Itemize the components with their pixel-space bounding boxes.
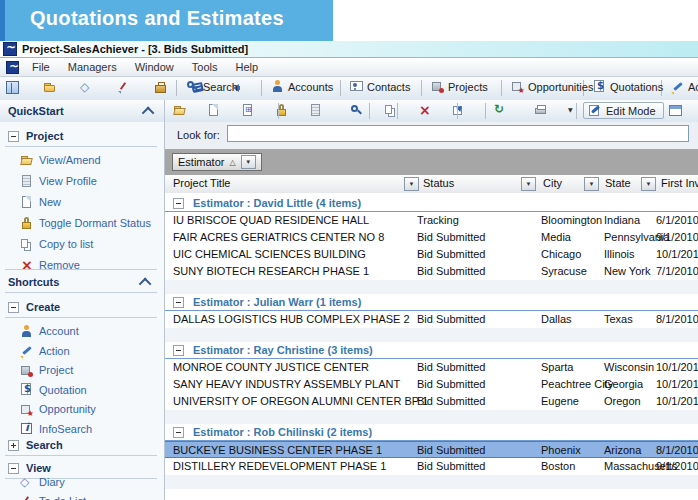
menu-item-managers[interactable]: Managers [59,59,126,75]
cell-status: Bid Submitted [417,393,485,410]
chevron-up-icon[interactable] [139,277,152,290]
sidebar-item-opportunity[interactable]: Opportunity [0,399,165,419]
app-window: { "banner": { "title": "Quotations and E… [0,0,698,500]
cell-project-title: UNIVERSITY OF OREGON ALUMNI CENTER BP 1 [173,393,428,410]
open-icon[interactable] [173,104,186,117]
column-filter-button[interactable] [521,177,536,191]
nav-button-accounts[interactable]: Accounts [268,79,336,94]
group-header-row[interactable]: Estimator : David Little (4 items) [165,195,698,212]
doc-icon [20,196,33,209]
group-by-bar[interactable]: Estimator △ [165,149,698,176]
sidebar-section-search[interactable]: Search [0,435,165,455]
sidebar-section-project[interactable]: Project [0,126,165,146]
diary-icon[interactable] [80,81,93,94]
layout-top-icon[interactable] [669,104,682,117]
nav-button-quotations[interactable]: Quotations [590,79,666,94]
collapse-box-icon[interactable] [173,198,184,209]
table-row[interactable]: BUCKEYE BUSINESS CENTER PHASE 1Bid Submi… [165,441,698,458]
briefcase-icon[interactable] [154,81,167,94]
menu-item-file[interactable]: File [23,59,59,75]
cell-first-inv: 10/1/2010 [656,246,698,263]
sidebar-item-view-amend[interactable]: View/Amend [0,150,165,170]
collapse-box-icon[interactable] [8,302,19,313]
table-row[interactable]: IU BRISCOE QUAD RESIDENCE HALLTrackingBl… [165,212,698,229]
table-row[interactable]: DALLAS LOGISTICS HUB COMPLEX PHASE 2Bid … [165,311,698,328]
copy-icon[interactable] [384,104,397,117]
quickstart-panel-header[interactable]: QuickStart [0,100,165,122]
sidebar-section-shortcuts[interactable]: Shortcuts [0,272,165,292]
group-by-chip[interactable]: Estimator △ [172,153,262,171]
table-row[interactable]: MONROE COUNTY JUSTICE CENTERBid Submitte… [165,359,698,376]
grid-panel: Look for: Estimator △ Project TitleStatu… [165,122,698,500]
menu-item-help[interactable]: Help [226,59,267,75]
group-header-row[interactable]: Estimator : Julian Warr (1 items) [165,294,698,311]
building-icon [431,80,444,93]
nav-button-actions[interactable]: Actions [668,79,698,94]
column-header-first-inv[interactable]: First Inv [661,177,698,189]
edit-mode-button[interactable]: Edit Mode [583,102,664,119]
search-icon[interactable] [350,104,363,117]
export-icon[interactable] [452,104,465,117]
group-header-row[interactable]: Estimator : Ray Christine (3 items) [165,342,698,359]
todo-icon[interactable] [117,81,130,94]
cell-first-inv: 10/1/2010 [656,376,698,393]
sidebar-item-toggle-dormant-status[interactable]: Toggle Dormant Status [0,213,165,233]
group-gap [165,410,698,424]
salesachiever-logo-icon [6,61,19,74]
column-filter-button[interactable] [641,177,656,191]
sidebar-item-account[interactable]: Account [0,321,165,341]
grid-view-icon[interactable] [6,81,19,94]
new-document-icon[interactable] [207,104,220,117]
collapse-box-icon[interactable] [173,427,184,438]
notes-icon[interactable] [309,104,322,117]
collapse-box-icon[interactable] [173,345,184,356]
cell-state: Georgia [604,376,643,393]
group-header-row[interactable]: Estimator : Rob Chilinski (2 items) [165,424,698,441]
lock-icon[interactable] [275,104,288,117]
menu-item-tools[interactable]: Tools [183,59,227,75]
nav-button-opportunities[interactable]: Opportunities [508,79,596,94]
sidebar-item-diary[interactable]: Diary [0,472,165,492]
window-titlebar[interactable]: Project-SalesAchiever - [3. Bids Submitt… [0,41,698,58]
nav-button-search[interactable]: Search [183,79,241,94]
column-header-status[interactable]: Status [423,177,454,189]
table-row[interactable]: SANY HEAVY INDUSTRY ASSEMBLY PLANTBid Su… [165,376,698,393]
sidebar-item-project[interactable]: Project [0,360,165,380]
table-row[interactable]: FAIR ACRES GERIATRICS CENTER NO 8Bid Sub… [165,229,698,246]
sidebar-item-copy-to-list[interactable]: Copy to list [0,234,165,254]
group-by-dropdown-button[interactable] [241,155,256,169]
delete-icon[interactable] [418,104,431,117]
expand-box-icon[interactable] [8,440,19,451]
sidebar-section-create[interactable]: Create [0,297,165,317]
print-dropdown-icon[interactable] [568,104,576,117]
menu-item-window[interactable]: Window [126,59,183,75]
table-row[interactable]: DISTILLERY REDEVELOPMENT PHASE 1Bid Subm… [165,458,698,475]
collapse-box-icon[interactable] [173,297,184,308]
sidebar-item-label: View/Amend [39,154,101,166]
print-icon[interactable] [534,104,547,117]
table-row[interactable]: UNIVERSITY OF OREGON ALUMNI CENTER BP 1B… [165,393,698,410]
sidebar-item-view-profile[interactable]: View Profile [0,171,165,191]
column-header-state[interactable]: State [605,177,631,189]
nav-button-projects[interactable]: Projects [428,79,491,94]
nav-button-contacts[interactable]: Contacts [347,79,413,94]
document-properties-icon[interactable] [241,104,254,117]
folder-icon[interactable] [43,81,56,94]
chevron-up-icon[interactable] [142,106,155,119]
collapse-box-icon[interactable] [8,131,19,142]
sidebar-item-to-do-list[interactable]: To do List [0,491,165,500]
cell-status: Bid Submitted [417,458,485,475]
refresh-icon[interactable] [493,104,506,117]
sidebar-item-quotation[interactable]: Quotation [0,380,165,400]
column-filter-button[interactable] [584,177,599,191]
opp-icon [511,80,524,93]
column-header-city[interactable]: City [543,177,562,189]
toolbar-separator [340,80,341,96]
table-row[interactable]: UIC CHEMICAL SCIENCES BUILDINGBid Submit… [165,246,698,263]
sidebar-item-action[interactable]: Action [0,341,165,361]
look-for-input[interactable] [227,125,689,142]
column-filter-button[interactable] [404,177,419,191]
table-row[interactable]: SUNY BIOTECH RESEARCH PHASE 1Bid Submitt… [165,263,698,280]
column-header-project-title[interactable]: Project Title [173,177,230,189]
sidebar-item-new[interactable]: New [0,192,165,212]
